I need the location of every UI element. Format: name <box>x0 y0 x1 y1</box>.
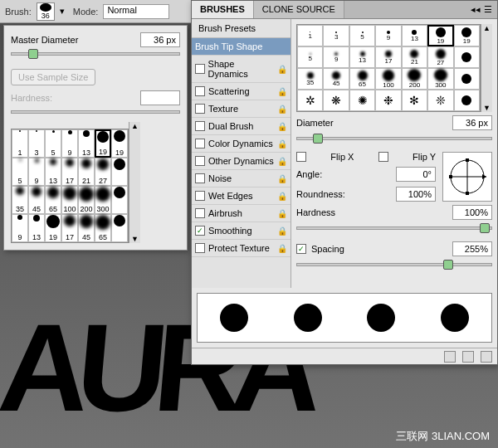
brush-presets-grid[interactable]: 1359131919591317212735456510020030091319… <box>11 129 129 243</box>
lock-icon[interactable]: 🔒 <box>277 244 287 253</box>
brush-preset-cell[interactable]: 300 <box>95 186 111 214</box>
option-checkbox[interactable] <box>195 243 205 253</box>
angle-input[interactable] <box>396 167 436 182</box>
brush-preset-cell[interactable]: 35 <box>12 186 28 214</box>
option-checkbox[interactable]: ✓ <box>195 226 205 236</box>
lock-icon[interactable]: 🔒 <box>277 139 287 149</box>
brush-option-protect-texture[interactable]: Protect Texture🔒 <box>192 240 290 257</box>
brush-option-noise[interactable]: Noise🔒 <box>192 170 290 187</box>
lock-icon[interactable]: 🔒 <box>277 157 287 166</box>
scroll-up-icon[interactable]: ▲ <box>131 122 139 130</box>
brush-tip-cell[interactable]: 27 <box>427 46 453 68</box>
slider-thumb[interactable] <box>28 49 38 59</box>
brush-preset-cell[interactable]: 5 <box>45 129 61 158</box>
brush-tip-cell[interactable]: 65 <box>349 68 375 90</box>
presets-scrollbar[interactable]: ▲▼ <box>129 122 140 243</box>
brush-preset-cell[interactable] <box>111 158 128 186</box>
brush-tip-grid[interactable]: 13591319195913172127354565100200300✲❋✺❉✻… <box>296 24 481 112</box>
brush-preset-cell[interactable]: 9 <box>61 129 78 158</box>
scroll-down-icon[interactable]: ▼ <box>483 104 491 112</box>
brush-option-other-dynamics[interactable]: Other Dynamics🔒 <box>192 153 290 170</box>
brush-tip-cell[interactable]: 45 <box>323 68 349 90</box>
brush-preset-cell[interactable]: 1 <box>12 129 28 158</box>
diameter-slider[interactable] <box>296 137 492 140</box>
brush-option-scattering[interactable]: Scattering🔒 <box>192 83 290 100</box>
brush-option-color-dynamics[interactable]: Color Dynamics🔒 <box>192 135 290 153</box>
lock-icon[interactable]: 🔒 <box>277 65 287 74</box>
brush-preset-cell[interactable]: 9 <box>28 158 45 186</box>
option-checkbox[interactable] <box>195 64 205 74</box>
brush-preset-cell[interactable]: 45 <box>78 214 95 242</box>
flipy-checkbox[interactable] <box>378 152 388 162</box>
option-checkbox[interactable] <box>195 173 205 183</box>
slider-thumb[interactable] <box>480 223 490 233</box>
tip-grid-scrollbar[interactable]: ▲▼ <box>481 24 492 112</box>
brush-preset-cell[interactable]: 45 <box>28 186 45 214</box>
brush-preset-cell[interactable]: 5 <box>12 158 28 186</box>
spacing-slider[interactable] <box>296 263 492 266</box>
brush-tip-cell[interactable]: 13 <box>402 25 427 46</box>
panel-menu-button[interactable]: ◂◂☰ <box>466 1 497 18</box>
blend-mode-select[interactable]: Normal <box>103 4 169 19</box>
brush-preset-cell[interactable]: 17 <box>61 158 78 186</box>
brush-option-brush-tip-shape[interactable]: Brush Tip Shape <box>192 38 290 56</box>
brush-tip-cell[interactable]: ✻ <box>402 90 427 111</box>
option-checkbox[interactable] <box>195 208 205 218</box>
use-sample-size-button[interactable]: Use Sample Size <box>11 69 95 85</box>
slider-thumb[interactable] <box>443 260 453 270</box>
brush-option-airbrush[interactable]: Airbrush🔒 <box>192 205 290 222</box>
brush-option-smoothing[interactable]: ✓Smoothing🔒 <box>192 222 290 240</box>
scroll-down-icon[interactable]: ▼ <box>131 235 139 243</box>
brush-preset-cell[interactable]: 19 <box>111 129 128 158</box>
brush-tip-cell[interactable]: ❋ <box>323 90 349 111</box>
diameter-input[interactable] <box>452 115 492 130</box>
brush-preset-cell[interactable]: 13 <box>78 129 95 158</box>
brush-preset-cell[interactable]: 19 <box>95 129 111 158</box>
slider-thumb[interactable] <box>313 134 323 144</box>
lock-icon[interactable]: 🔒 <box>277 209 287 218</box>
trash-icon[interactable] <box>481 351 492 363</box>
brush-presets-header[interactable]: Brush Presets <box>192 19 290 38</box>
option-checkbox[interactable] <box>195 104 205 114</box>
brush-preset-cell[interactable]: 9 <box>12 214 28 242</box>
roundness-input[interactable] <box>396 187 436 202</box>
brush-preset-swatch[interactable]: 36 <box>37 2 55 21</box>
lock-icon[interactable]: 🔒 <box>277 87 287 96</box>
new-brush-icon[interactable] <box>462 351 474 363</box>
brush-preset-cell[interactable]: 13 <box>45 158 61 186</box>
brush-tip-cell[interactable]: 19 <box>454 25 480 46</box>
brush-tip-cell[interactable] <box>454 90 480 111</box>
brush-tip-cell[interactable]: 21 <box>402 46 427 68</box>
lock-icon[interactable]: 🔒 <box>277 122 287 131</box>
brush-option-wet-edges[interactable]: Wet Edges🔒 <box>192 187 290 205</box>
brush-dropdown-arrow-icon[interactable]: ▾ <box>60 6 68 17</box>
tab-clone-source[interactable]: CLONE SOURCE <box>254 1 344 18</box>
brush-tip-cell[interactable]: 100 <box>375 68 401 90</box>
brush-option-texture[interactable]: Texture🔒 <box>192 100 290 118</box>
brush-preset-cell[interactable]: 17 <box>61 214 78 242</box>
option-checkbox[interactable] <box>195 191 205 201</box>
toggle-preview-icon[interactable] <box>444 351 456 363</box>
spacing-input[interactable] <box>452 241 492 256</box>
brush-preset-cell[interactable] <box>111 214 128 242</box>
hardness-setting-input[interactable] <box>452 205 492 220</box>
brush-tip-cell[interactable] <box>454 46 480 68</box>
option-checkbox[interactable] <box>195 156 205 166</box>
brush-tip-cell[interactable]: ❊ <box>427 90 453 111</box>
brush-preset-cell[interactable]: 19 <box>45 214 61 242</box>
brush-tip-cell[interactable]: ✲ <box>297 90 323 111</box>
brush-preset-cell[interactable]: 65 <box>95 214 111 242</box>
brush-angle-diagram[interactable] <box>442 152 492 202</box>
master-diameter-slider[interactable] <box>11 52 180 56</box>
brush-preset-cell[interactable]: 21 <box>78 158 95 186</box>
brush-tip-cell[interactable]: 35 <box>297 68 323 90</box>
brush-preset-cell[interactable]: 13 <box>28 214 45 242</box>
brush-tip-cell[interactable]: 200 <box>402 68 427 90</box>
brush-option-shape-dynamics[interactable]: Shape Dynamics🔒 <box>192 56 290 83</box>
brush-preset-cell[interactable]: 65 <box>45 186 61 214</box>
brush-tip-cell[interactable]: 3 <box>323 25 349 46</box>
option-checkbox[interactable] <box>195 121 205 131</box>
option-checkbox[interactable] <box>195 86 205 96</box>
brush-tip-cell[interactable]: 9 <box>323 46 349 68</box>
brush-tip-cell[interactable]: 1 <box>297 25 323 46</box>
